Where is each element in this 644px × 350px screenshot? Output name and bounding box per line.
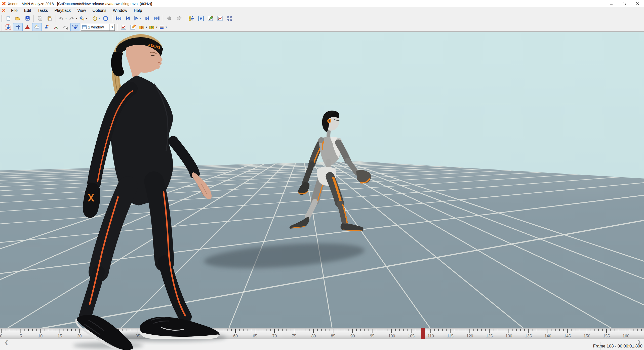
follow-avatar-button[interactable] [4,23,13,31]
stopwatch-button[interactable]: ▼ [92,14,101,22]
toggle-sky-button[interactable] [32,23,42,31]
menu-bar: FileEditTasksPlaybackViewOptionsWindowHe… [0,7,644,14]
viewport-3d[interactable] [0,31,644,328]
show-graphs-button[interactable] [215,14,225,22]
menu-file[interactable]: File [8,8,21,14]
svg-text:120: 120 [466,334,473,338]
svg-text:60: 60 [233,334,238,338]
title-bar: Xsens - MVN Analyze 2018 - [C:\Documents… [0,0,644,7]
toolbar-grip[interactable] [1,24,3,30]
svg-text:140: 140 [544,334,551,338]
svg-text:115: 115 [447,334,454,338]
next-frame-button[interactable] [142,14,152,22]
svg-text:100: 100 [388,334,395,338]
frame-time-readout: Frame 108 - 00:00:01.800 [593,344,642,349]
body-dimensions-button[interactable] [187,14,196,22]
svg-text:95: 95 [370,334,375,338]
timeline-ruler[interactable]: 0510152025303540455055606570758085909510… [0,328,644,339]
mvn-analyze-window: Xsens - MVN Analyze 2018 - [C:\Documents… [0,0,644,350]
segment-axes-button[interactable] [51,23,61,31]
svg-text:40: 40 [155,334,160,338]
open-file-button[interactable] [13,14,23,22]
svg-text:145: 145 [564,334,571,338]
skip-to-start-button[interactable] [114,14,123,22]
play-button[interactable]: ▼ [133,14,142,22]
svg-text:75: 75 [292,334,296,338]
skip-to-end-button[interactable] [152,14,162,22]
window-layout-select[interactable]: 1 window ▼ [81,24,115,31]
menu-view[interactable]: View [74,8,89,14]
toggle-grid-button[interactable] [13,23,23,31]
toolbar-grip[interactable] [1,15,3,22]
svg-text:65: 65 [253,334,257,338]
add-marker-tag-button[interactable] [174,14,184,22]
window-title: Xsens - MVN Analyze 2018 - [C:\Documents… [8,2,152,6]
svg-text:90: 90 [350,334,355,338]
import-file-button[interactable]: ▼ [148,23,158,31]
main-toolbar: ▼ ▼ ▼ ▼ ▼ [0,14,644,23]
edit-session-button[interactable] [206,14,215,22]
svg-text:15: 15 [58,334,62,338]
svg-text:155: 155 [603,334,610,338]
svg-text:125: 125 [486,334,493,338]
combo-dropdown-arrow: ▼ [109,24,114,30]
status-bar: ❮ ❯ Frame 108 - 00:00:01.800 [0,339,644,350]
origin-marker-button[interactable] [23,23,32,31]
svg-text:105: 105 [408,334,415,338]
menu-window[interactable]: Window [110,8,131,14]
previous-frame-button[interactable] [123,14,133,22]
svg-text:25: 25 [97,334,101,338]
svg-text:70: 70 [272,334,277,338]
svg-text:30: 30 [116,334,121,338]
svg-text:130: 130 [505,334,512,338]
document-logo-icon [2,8,6,13]
settings-gears-button[interactable]: ▼ [78,14,89,22]
svg-text:85: 85 [331,334,335,338]
redo-button[interactable]: ▼ [68,14,78,22]
layers-button[interactable]: ▼ [158,23,168,31]
svg-text:5: 5 [20,334,22,338]
record-button[interactable] [165,14,174,22]
svg-text:80: 80 [311,334,316,338]
paste-button[interactable] [45,14,54,22]
new-file-button[interactable] [4,14,13,22]
close-button[interactable] [631,0,644,7]
toggle-labels-button[interactable]: LABEL [70,23,80,31]
menu-options[interactable]: Options [89,8,110,14]
window-layout-value: 1 window [88,25,104,29]
menu-help[interactable]: Help [131,8,145,14]
timeline-scroll-left-icon[interactable]: ❮ [5,340,8,345]
svg-text:110: 110 [427,334,434,338]
svg-text:10: 10 [38,334,43,338]
export-file-button[interactable]: ▼ [138,23,148,31]
show-markers-button[interactable] [42,23,51,31]
svg-text:20: 20 [77,334,82,338]
svg-text:45: 45 [175,334,179,338]
minimize-button[interactable] [605,0,618,7]
fullscreen-button[interactable] [225,14,234,22]
svg-text:160: 160 [623,334,629,338]
menu-tasks[interactable]: Tasks [34,8,51,14]
undo-button[interactable]: ▼ [57,14,68,22]
menu-edit[interactable]: Edit [21,8,34,14]
notes-editor-button[interactable] [128,23,138,31]
svg-text:35: 35 [136,334,140,338]
svg-text:150: 150 [584,334,590,338]
view-avatar-button[interactable] [196,14,206,22]
graphs-window-button[interactable] [119,23,128,31]
copy-button[interactable] [35,14,45,22]
view-toolbar: LABEL 1 window ▼ ▼ ▼ ▼ [0,23,644,32]
svg-text:0: 0 [0,334,3,338]
svg-text:50: 50 [194,334,199,338]
svg-text:55: 55 [214,334,218,338]
restore-button[interactable] [618,0,631,7]
svg-text:135: 135 [525,334,532,338]
save-button[interactable] [23,14,32,22]
app-logo-icon [1,1,6,6]
svg-text:LABEL: LABEL [72,25,78,27]
menu-playback[interactable]: Playback [51,8,74,14]
reset-button[interactable] [101,14,111,22]
sensor-axes-button[interactable] [61,23,70,31]
